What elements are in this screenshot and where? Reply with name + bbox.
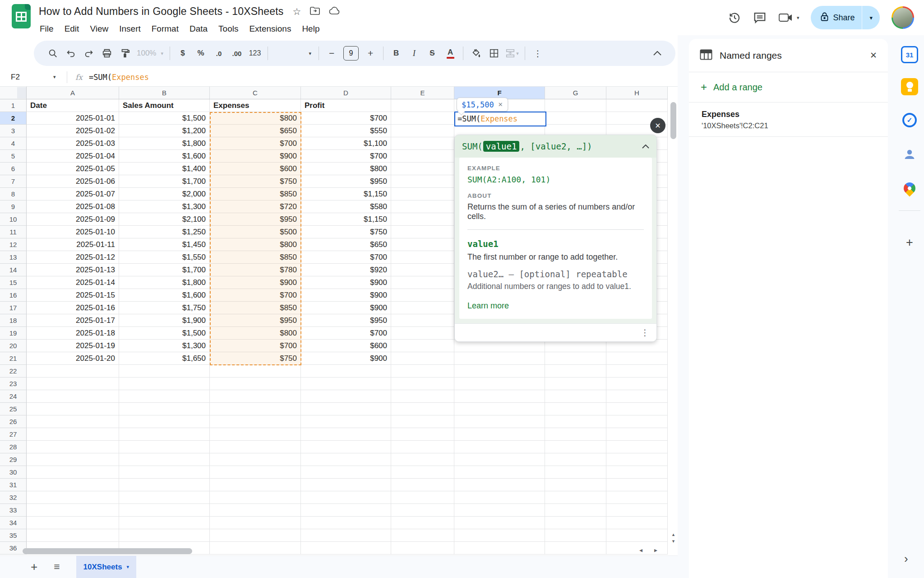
cell-E36[interactable] [391, 542, 454, 555]
cell-D23[interactable] [301, 378, 391, 390]
video-call-icon[interactable]: ▾ [778, 12, 799, 23]
cell-E24[interactable] [391, 390, 454, 403]
increase-decimal-button[interactable]: .00 [228, 44, 246, 62]
cell-D21[interactable]: $900 [301, 352, 391, 365]
cell-F33[interactable] [454, 504, 545, 517]
row-header-16[interactable]: 16 [0, 289, 27, 302]
add-sheet-icon[interactable]: + [31, 560, 37, 574]
menu-item-extensions[interactable]: Extensions [244, 22, 296, 36]
cell-B23[interactable] [119, 378, 210, 390]
cell-C28[interactable] [210, 441, 301, 453]
cell-D28[interactable] [301, 441, 391, 453]
cell-D14[interactable]: $920 [301, 264, 391, 276]
cell-B31[interactable] [119, 479, 210, 491]
cell-C32[interactable] [210, 491, 301, 504]
cell-H31[interactable] [606, 479, 668, 491]
row-header-6[interactable]: 6 [0, 163, 27, 175]
collapse-toolbar-icon[interactable] [648, 44, 666, 62]
cell-B3[interactable]: $1,200 [119, 125, 210, 137]
cell-D15[interactable]: $900 [301, 276, 391, 289]
cell-E30[interactable] [391, 466, 454, 479]
column-header-B[interactable]: B [119, 87, 210, 99]
sheets-logo-icon[interactable] [12, 4, 31, 28]
menu-item-tools[interactable]: Tools [213, 22, 244, 36]
cell-D22[interactable] [301, 365, 391, 378]
cell-H21[interactable] [606, 352, 668, 365]
cell-B28[interactable] [119, 441, 210, 453]
cell-C23[interactable] [210, 378, 301, 390]
cell-E5[interactable] [391, 150, 454, 163]
undo-icon[interactable] [62, 44, 80, 62]
cell-B18[interactable]: $1,900 [119, 314, 210, 327]
row-header-27[interactable]: 27 [0, 428, 27, 441]
cell-D24[interactable] [301, 390, 391, 403]
menu-item-insert[interactable]: Insert [114, 22, 146, 36]
cell-G26[interactable] [545, 415, 606, 428]
bold-button[interactable]: B [387, 44, 405, 62]
row-header-34[interactable]: 34 [0, 517, 27, 529]
number-format-button[interactable]: 123 [246, 44, 264, 62]
cell-F35[interactable] [454, 529, 545, 542]
cell-E11[interactable] [391, 226, 454, 238]
add-range-button[interactable]: + Add a range [689, 72, 888, 103]
row-header-17[interactable]: 17 [0, 302, 27, 314]
cell-H1[interactable] [606, 99, 668, 112]
cell-A29[interactable] [27, 453, 119, 466]
cell-A3[interactable]: 2025-01-02 [27, 125, 119, 137]
row-header-18[interactable]: 18 [0, 314, 27, 327]
cell-B2[interactable]: $1,500 [119, 112, 210, 125]
cell-D6[interactable]: $800 [301, 163, 391, 175]
zoom-control[interactable]: 100%▾ [134, 44, 166, 62]
strikethrough-button[interactable]: S [423, 44, 441, 62]
cell-A2[interactable]: 2025-01-01 [27, 112, 119, 125]
cell-A26[interactable] [27, 415, 119, 428]
function-help-close-button[interactable]: ✕ [650, 118, 665, 133]
cell-D29[interactable] [301, 453, 391, 466]
contacts-icon[interactable] [901, 146, 918, 163]
cell-C25[interactable] [210, 403, 301, 415]
cell-A5[interactable]: 2025-01-04 [27, 150, 119, 163]
cell-E27[interactable] [391, 428, 454, 441]
cell-D2[interactable]: $700 [301, 112, 391, 125]
cell-A4[interactable]: 2025-01-03 [27, 137, 119, 150]
help-more-icon[interactable]: ⋮ [641, 327, 649, 338]
row-header-25[interactable]: 25 [0, 403, 27, 415]
video-call-caret-icon[interactable]: ▾ [797, 15, 799, 21]
cell-B27[interactable] [119, 428, 210, 441]
cell-D33[interactable] [301, 504, 391, 517]
row-header-14[interactable]: 14 [0, 264, 27, 276]
cell-B9[interactable]: $1,300 [119, 200, 210, 213]
cell-C31[interactable] [210, 479, 301, 491]
cell-H26[interactable] [606, 415, 668, 428]
cell-B6[interactable]: $1,400 [119, 163, 210, 175]
horizontal-scrollbar[interactable] [23, 548, 192, 554]
chip-close-icon[interactable]: ✕ [498, 101, 503, 108]
row-header-5[interactable]: 5 [0, 150, 27, 163]
cell-A16[interactable]: 2025-01-15 [27, 289, 119, 302]
cell-B22[interactable] [119, 365, 210, 378]
cell-A11[interactable]: 2025-01-10 [27, 226, 119, 238]
cell-B13[interactable]: $1,550 [119, 251, 210, 264]
menu-item-data[interactable]: Data [184, 22, 213, 36]
cell-B7[interactable]: $1,700 [119, 175, 210, 188]
cell-B32[interactable] [119, 491, 210, 504]
cell-D19[interactable]: $700 [301, 327, 391, 340]
cell-B29[interactable] [119, 453, 210, 466]
cell-G1[interactable] [545, 99, 606, 112]
cell-A21[interactable]: 2025-01-20 [27, 352, 119, 365]
column-header-E[interactable]: E [391, 87, 454, 99]
cell-G31[interactable] [545, 479, 606, 491]
cell-D27[interactable] [301, 428, 391, 441]
cell-E32[interactable] [391, 491, 454, 504]
cell-B16[interactable]: $1,600 [119, 289, 210, 302]
decrease-decimal-button[interactable]: .0 [210, 44, 228, 62]
cell-F25[interactable] [454, 403, 545, 415]
cell-F30[interactable] [454, 466, 545, 479]
cell-B33[interactable] [119, 504, 210, 517]
cell-H22[interactable] [606, 365, 668, 378]
cell-B20[interactable]: $1,300 [119, 340, 210, 352]
cell-A32[interactable] [27, 491, 119, 504]
learn-more-link[interactable]: Learn more [467, 301, 644, 311]
cell-E14[interactable] [391, 264, 454, 276]
cell-A33[interactable] [27, 504, 119, 517]
